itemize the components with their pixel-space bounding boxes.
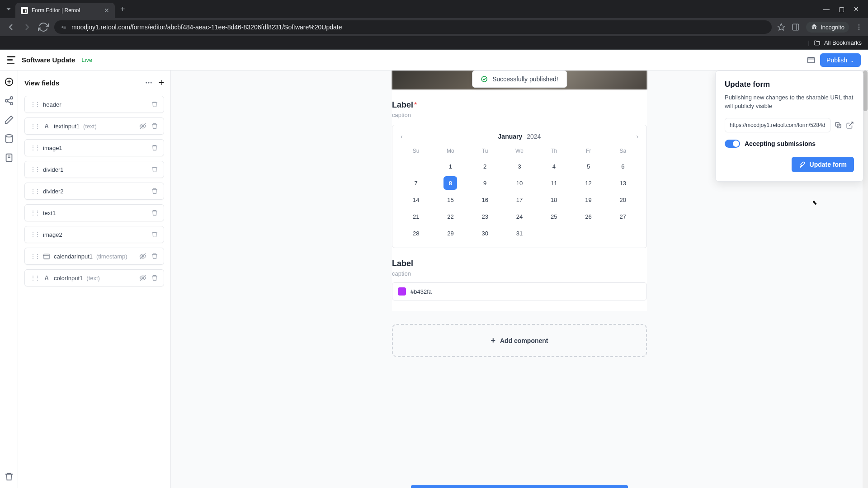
calendar-day[interactable]: 25 [537,210,571,224]
calendar-day[interactable]: 8 [443,176,457,190]
calendar-day[interactable]: 26 [571,210,605,224]
field-item[interactable]: ⋮⋮header [24,96,164,113]
drag-handle-icon[interactable]: ⋮⋮ [30,275,39,281]
delete-field-icon[interactable] [151,101,158,108]
accepting-submissions-toggle[interactable] [725,140,740,148]
calendar-day[interactable]: 20 [606,193,640,207]
visibility-icon[interactable] [139,274,146,282]
forward-button[interactable] [22,22,33,33]
minimize-icon[interactable]: — [823,5,830,13]
calendar-day[interactable]: 16 [468,193,502,207]
delete-field-icon[interactable] [151,122,158,130]
add-component-button[interactable]: + Add component [392,324,647,357]
drag-handle-icon[interactable]: ⋮⋮ [30,101,39,108]
add-field-icon[interactable]: + [158,77,164,89]
app-logo-icon[interactable] [7,56,15,64]
color-input[interactable]: #b432fa [392,282,647,300]
calendar-day[interactable]: 2 [468,160,502,174]
calendar-day[interactable]: 1 [433,160,467,174]
calendar-day[interactable]: 30 [468,226,502,240]
calendar-prev-icon[interactable]: ‹ [401,133,403,140]
more-icon[interactable] [145,79,153,87]
delete-field-icon[interactable] [151,253,158,260]
field-item[interactable]: ⋮⋮divider2 [24,183,164,200]
update-form-button[interactable]: Update form [792,157,854,172]
calendar-day[interactable]: 6 [606,160,640,174]
calendar-day[interactable]: 18 [537,193,571,207]
scrollbar-thumb[interactable] [863,70,868,111]
tab-search-dropdown-icon[interactable] [4,4,14,14]
calendar-day[interactable]: 22 [433,210,467,224]
delete-field-icon[interactable] [151,188,158,195]
new-tab-button[interactable]: + [117,5,129,14]
rail-edit-icon[interactable] [4,115,14,125]
calendar-day[interactable]: 21 [399,210,433,224]
visibility-icon[interactable] [139,122,146,130]
calendar-day[interactable]: 10 [502,176,537,190]
back-button[interactable] [5,22,16,33]
field-item[interactable]: ⋮⋮image2 [24,226,164,243]
delete-field-icon[interactable] [151,166,158,173]
visibility-icon[interactable] [139,253,146,260]
calendar-day[interactable]: 19 [571,193,605,207]
calendar-day[interactable]: 31 [502,226,537,240]
rail-docs-icon[interactable] [4,153,14,163]
calendar-day[interactable]: 23 [468,210,502,224]
close-tab-icon[interactable]: ✕ [104,7,109,14]
calendar-day[interactable]: 4 [537,160,571,174]
reload-button[interactable] [38,22,49,33]
calendar-day[interactable]: 7 [399,176,433,190]
drag-handle-icon[interactable]: ⋮⋮ [30,166,39,173]
calendar-next-icon[interactable]: › [636,133,638,140]
drag-handle-icon[interactable]: ⋮⋮ [30,253,39,259]
calendar-day[interactable]: 9 [468,176,502,190]
calendar-day[interactable]: 5 [571,160,605,174]
url-field[interactable]: moodjoy1.retool.com/forms/editor/abcbf48… [54,20,772,34]
calendar-day[interactable]: 15 [433,193,467,207]
calendar-day[interactable]: 3 [502,160,537,174]
field-item[interactable]: ⋮⋮AcolorInput1 (text) [24,269,164,286]
share-url-field[interactable]: https://moodjoy1.retool.com/form/5284d [725,118,830,132]
copy-icon[interactable] [834,121,842,129]
kebab-menu-icon[interactable] [855,23,863,31]
drag-handle-icon[interactable]: ⋮⋮ [30,123,39,129]
calendar-day[interactable]: 28 [399,226,433,240]
rail-data-icon[interactable] [4,134,14,144]
calendar-day[interactable]: 17 [502,193,537,207]
delete-field-icon[interactable] [151,144,158,151]
site-info-icon[interactable] [61,24,67,30]
field-item[interactable]: ⋮⋮AtextInput1 (text) [24,117,164,135]
delete-field-icon[interactable] [151,209,158,216]
field-item[interactable]: ⋮⋮calendarInput1 (timestamp) [24,248,164,265]
close-window-icon[interactable]: ✕ [854,5,859,13]
open-external-icon[interactable] [846,121,854,129]
calendar-day[interactable]: 11 [537,176,571,190]
field-item[interactable]: ⋮⋮divider1 [24,161,164,178]
delete-field-icon[interactable] [151,274,158,282]
calendar-day[interactable]: 29 [433,226,467,240]
rail-trash-icon[interactable] [4,472,14,482]
calendar-day[interactable]: 13 [606,176,640,190]
publish-button[interactable]: Publish [820,53,861,67]
all-bookmarks-link[interactable]: All Bookmarks [824,39,862,46]
drag-handle-icon[interactable]: ⋮⋮ [30,210,39,216]
incognito-badge[interactable]: Incognito [806,22,849,33]
drag-handle-icon[interactable]: ⋮⋮ [30,231,39,238]
panel-icon[interactable] [792,23,800,31]
field-item[interactable]: ⋮⋮text1 [24,204,164,221]
preview-icon[interactable] [807,56,816,65]
drag-handle-icon[interactable]: ⋮⋮ [30,145,39,151]
calendar-input[interactable]: ‹ January2024 › SuMoTuWeThFrSa1234567891… [392,125,647,248]
browser-tab[interactable]: ◧ Form Editor | Retool ✕ [15,3,115,18]
calendar-day[interactable]: 12 [571,176,605,190]
maximize-icon[interactable]: ▢ [839,5,844,13]
bookmark-star-icon[interactable] [777,23,785,31]
drag-handle-icon[interactable]: ⋮⋮ [30,188,39,194]
rail-add-icon[interactable] [4,77,14,87]
calendar-day[interactable]: 14 [399,193,433,207]
delete-field-icon[interactable] [151,231,158,238]
calendar-day[interactable]: 27 [606,210,640,224]
field-item[interactable]: ⋮⋮image1 [24,139,164,156]
rail-share-icon[interactable] [4,96,14,106]
calendar-day[interactable]: 24 [502,210,537,224]
